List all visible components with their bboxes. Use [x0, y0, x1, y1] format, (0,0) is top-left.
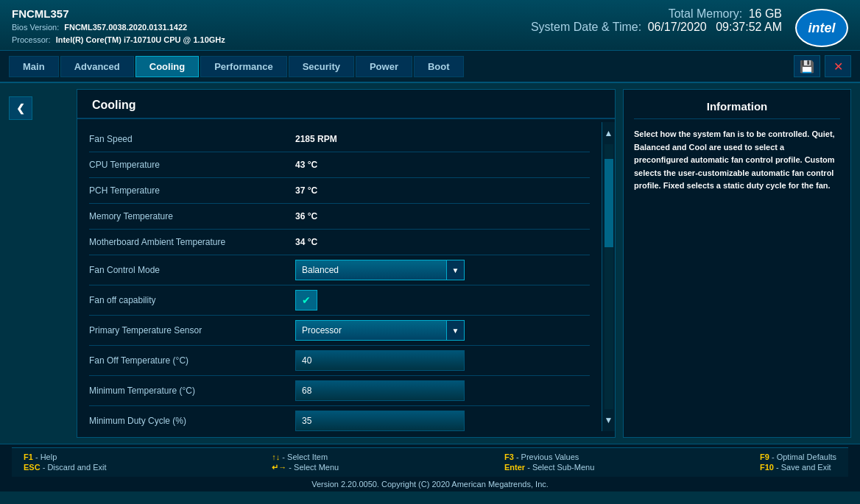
memory-info: Total Memory: 16 GB: [669, 7, 782, 21]
datetime-info: System Date & Time: 06/17/2020 09:37:52 …: [531, 21, 782, 34]
setting-fan-speed: Fan Speed 2185 RPM: [89, 128, 590, 150]
nav-bar: Main Advanced Cooling Performance Securi…: [0, 51, 860, 83]
footer-enter-arrow: ↵→ - Select Menu: [272, 463, 339, 472]
scroll-up-icon[interactable]: ▲: [602, 125, 616, 141]
tab-main[interactable]: Main: [9, 56, 59, 77]
footer-col-2: ↑↓ - Select Item ↵→ - Select Menu: [272, 452, 339, 472]
setting-fan-control-mode: Fan Control Mode Balanced ▼: [89, 257, 590, 283]
dropdown-arrow-icon: ▼: [446, 260, 464, 280]
primary-temp-sensor-dropdown[interactable]: Processor ▼: [295, 320, 465, 341]
close-button[interactable]: ✕: [825, 55, 851, 77]
fan-off-checkbox[interactable]: ✔: [295, 290, 317, 310]
scroll-track[interactable]: [605, 144, 613, 409]
setting-primary-temp-sensor: Primary Temperature Sensor Processor ▼: [89, 317, 590, 344]
save-button[interactable]: 💾: [794, 55, 820, 77]
setting-pch-temp: PCH Temperature 37 °C: [89, 180, 590, 202]
info-text: Select how the system fan is to be contr…: [634, 128, 840, 193]
header: FNCML357 Bios Version: FNCML357.0038.202…: [0, 0, 860, 51]
tab-advanced[interactable]: Advanced: [60, 56, 134, 77]
information-panel: Information Select how the system fan is…: [623, 89, 851, 438]
footer-f3: F3 - Previous Values: [504, 452, 594, 461]
panel-title: Cooling: [77, 90, 615, 119]
footer-col-3: F3 - Previous Values Enter - Select Sub-…: [504, 452, 594, 472]
footer-version: Version 2.20.0050. Copyright (C) 2020 Am…: [12, 477, 848, 490]
setting-mb-temp: Motherboard Ambient Temperature 34 °C: [89, 231, 590, 253]
footer-esc: ESC - Discard and Exit: [24, 463, 107, 472]
tab-boot[interactable]: Boot: [414, 56, 464, 77]
scroll-thumb[interactable]: [605, 159, 613, 247]
footer-col-4: F9 - Optimal Defaults F10 - Save and Exi…: [760, 452, 836, 472]
tab-cooling[interactable]: Cooling: [135, 56, 199, 77]
settings-list: Fan Speed 2185 RPM CPU Temperature 43 °C…: [77, 122, 602, 431]
footer-f9: F9 - Optimal Defaults: [760, 452, 836, 461]
tab-power[interactable]: Power: [356, 56, 412, 77]
setting-fan-off-capability: Fan off capability ✔: [89, 287, 590, 313]
back-button[interactable]: ❮: [9, 96, 32, 120]
settings-area: Fan Speed 2185 RPM CPU Temperature 43 °C…: [77, 122, 615, 431]
scroll-down-icon[interactable]: ▼: [602, 412, 616, 428]
footer-arrows: ↑↓ - Select Item: [272, 452, 339, 461]
footer-f1: F1 - Help: [24, 452, 107, 461]
tab-security[interactable]: Security: [289, 56, 354, 77]
setting-memory-temp: Memory Temperature 36 °C: [89, 205, 590, 227]
content-panel: Cooling Fan Speed 2185 RPM CPU Temperatu…: [77, 89, 616, 438]
footer-f10: F10 - Save and Exit: [760, 463, 836, 472]
footer-enter: Enter - Select Sub-Menu: [504, 463, 594, 472]
fan-off-temp-input[interactable]: 40: [295, 350, 465, 371]
setting-min-temp: Minimum Temperature (°C) 68: [89, 377, 590, 404]
setting-cpu-temp: CPU Temperature 43 °C: [89, 154, 590, 176]
intel-logo: intel: [795, 9, 848, 47]
model-name: FNCML357: [12, 7, 225, 20]
footer: F1 - Help ESC - Discard and Exit ↑↓ - Se…: [12, 447, 848, 477]
min-duty-cycle-input[interactable]: 35: [295, 411, 465, 431]
scrollbar[interactable]: ▲ ▼: [602, 122, 615, 431]
tab-performance[interactable]: Performance: [200, 56, 286, 77]
setting-min-duty-cycle: Minimum Duty Cycle (%) 35: [89, 408, 590, 431]
footer-col-1: F1 - Help ESC - Discard and Exit: [24, 452, 107, 472]
processor-info: Processor: Intel(R) Core(TM) i7-10710U C…: [12, 34, 225, 46]
setting-fan-off-temp: Fan Off Temperature (°C) 40: [89, 347, 590, 374]
fan-control-mode-dropdown[interactable]: Balanced ▼: [295, 260, 465, 280]
nav-action-buttons: 💾 ✕: [794, 55, 851, 77]
info-title: Information: [634, 100, 840, 119]
dropdown-arrow-icon-2: ▼: [446, 321, 464, 340]
min-temp-input[interactable]: 68: [295, 380, 465, 401]
bios-info: Bios Version: FNCML357.0038.2020.0131.14…: [12, 21, 225, 34]
